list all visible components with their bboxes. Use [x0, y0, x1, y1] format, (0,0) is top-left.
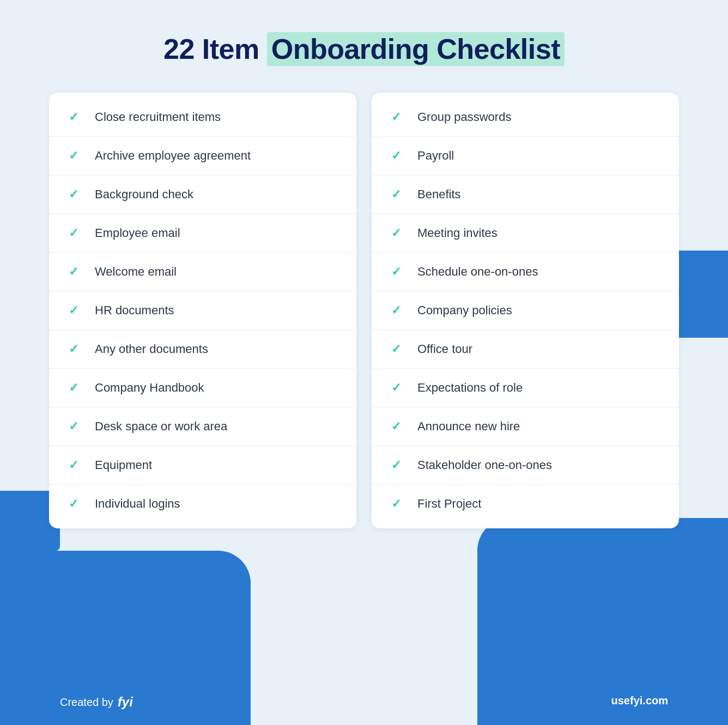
check-icon: ✓: [391, 458, 407, 472]
list-item: ✓Announce new hire: [372, 407, 679, 446]
list-item: ✓Benefits: [372, 175, 679, 214]
list-item: ✓Any other documents: [49, 330, 356, 369]
check-icon: ✓: [391, 381, 407, 395]
left-card: ✓Close recruitment items✓Archive employe…: [49, 93, 356, 528]
title-prefix: 22 Item: [163, 33, 259, 65]
item-label: Payroll: [417, 149, 454, 163]
list-item: ✓Office tour: [372, 330, 679, 369]
list-item: ✓HR documents: [49, 291, 356, 330]
check-icon: ✓: [69, 187, 84, 202]
list-item: ✓Meeting invites: [372, 214, 679, 253]
list-item: ✓Close recruitment items: [49, 98, 356, 137]
item-label: First Project: [417, 497, 481, 511]
item-label: Company policies: [417, 303, 512, 318]
check-icon: ✓: [69, 303, 84, 318]
item-label: Stakeholder one-on-ones: [417, 458, 552, 472]
list-item: ✓Payroll: [372, 137, 679, 175]
list-item: ✓Welcome email: [49, 253, 356, 291]
check-icon: ✓: [69, 226, 84, 240]
check-icon: ✓: [391, 110, 407, 124]
item-label: Announce new hire: [417, 419, 520, 434]
check-icon: ✓: [69, 110, 84, 124]
list-item: ✓Company policies: [372, 291, 679, 330]
item-label: Schedule one-on-ones: [417, 265, 538, 279]
check-icon: ✓: [391, 303, 407, 318]
check-icon: ✓: [69, 265, 84, 279]
page-title: 22 Item Onboarding Checklist: [163, 33, 565, 65]
list-item: ✓Background check: [49, 175, 356, 214]
item-label: Office tour: [417, 342, 472, 356]
check-icon: ✓: [69, 381, 84, 395]
right-card: ✓Group passwords✓Payroll✓Benefits✓Meetin…: [372, 93, 679, 528]
item-label: Group passwords: [417, 110, 511, 124]
item-label: Benefits: [417, 187, 461, 202]
item-label: Equipment: [95, 458, 152, 472]
check-icon: ✓: [391, 226, 407, 240]
item-label: Company Handbook: [95, 381, 204, 395]
footer: Created by fyi usefyi.com: [0, 694, 728, 710]
list-item: ✓Equipment: [49, 446, 356, 485]
check-icon: ✓: [391, 342, 407, 356]
title-highlight: Onboarding Checklist: [267, 32, 565, 66]
item-label: Close recruitment items: [95, 110, 221, 124]
check-icon: ✓: [391, 187, 407, 202]
check-icon: ✓: [69, 458, 84, 472]
list-item: ✓Expectations of role: [372, 369, 679, 407]
list-item: ✓Group passwords: [372, 98, 679, 137]
item-label: Meeting invites: [417, 226, 498, 240]
list-item: ✓Archive employee agreement: [49, 137, 356, 175]
footer-brand: fyi: [118, 694, 133, 710]
list-item: ✓Employee email: [49, 214, 356, 253]
item-label: Background check: [95, 187, 193, 202]
cards-container: ✓Close recruitment items✓Archive employe…: [49, 93, 679, 528]
page-content: 22 Item Onboarding Checklist ✓Close recr…: [0, 0, 728, 528]
list-item: ✓Desk space or work area: [49, 407, 356, 446]
item-label: Any other documents: [95, 342, 208, 356]
item-label: Expectations of role: [417, 381, 523, 395]
item-label: Archive employee agreement: [95, 149, 251, 163]
bg-shape-bottom-right: [477, 518, 728, 725]
list-item: ✓Individual logins: [49, 485, 356, 523]
list-item: ✓First Project: [372, 485, 679, 523]
item-label: Employee email: [95, 226, 180, 240]
footer-created-label: Created by: [60, 696, 113, 709]
item-label: Welcome email: [95, 265, 177, 279]
check-icon: ✓: [391, 265, 407, 279]
check-icon: ✓: [69, 342, 84, 356]
footer-left: Created by fyi: [60, 694, 133, 710]
list-item: ✓Schedule one-on-ones: [372, 253, 679, 291]
check-icon: ✓: [391, 149, 407, 163]
check-icon: ✓: [69, 497, 84, 511]
list-item: ✓Company Handbook: [49, 369, 356, 407]
item-label: HR documents: [95, 303, 174, 318]
check-icon: ✓: [391, 419, 407, 434]
check-icon: ✓: [391, 497, 407, 511]
title-container: 22 Item Onboarding Checklist: [163, 33, 565, 65]
check-icon: ✓: [69, 149, 84, 163]
item-label: Desk space or work area: [95, 419, 227, 434]
list-item: ✓Stakeholder one-on-ones: [372, 446, 679, 485]
check-icon: ✓: [69, 419, 84, 434]
item-label: Individual logins: [95, 497, 180, 511]
footer-website: usefyi.com: [611, 694, 668, 710]
